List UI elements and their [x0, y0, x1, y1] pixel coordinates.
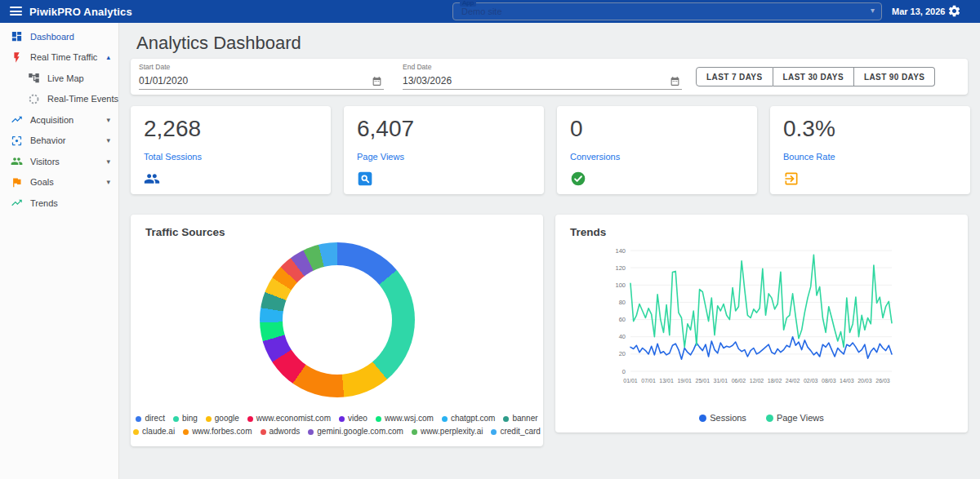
sidebar-item-label: Acquisition — [30, 115, 74, 125]
sidebar-item-label: Dashboard — [30, 32, 74, 42]
top-app-bar: PiwikPRO Analytics App Demo site ▾ Mar 1… — [0, 0, 980, 23]
sidebar-item-label: Real Time Traffic — [30, 52, 97, 62]
trending-up-icon — [11, 197, 23, 209]
last-90-days-button[interactable]: LAST 90 DAYS — [854, 67, 935, 86]
chevron-down-icon[interactable]: ▾ — [106, 157, 110, 166]
legend-label: www.wsj.com — [385, 412, 434, 425]
trends-line-chart[interactable]: 02040608010012014001/0107/0113/0119/0125… — [603, 244, 929, 393]
chevron-down-icon[interactable]: ▾ — [106, 178, 110, 186]
legend-dot-icon — [308, 429, 314, 435]
quick-range-button-group: LAST 7 DAYSLAST 30 DAYSLAST 90 DAYS — [696, 67, 935, 86]
last-30-days-button[interactable]: LAST 30 DAYS — [773, 67, 854, 86]
legend-label: www.perplexity.ai — [421, 425, 483, 438]
legend-item-banner[interactable]: banner — [503, 412, 537, 425]
app-title: PiwikPRO Analytics — [29, 6, 132, 18]
svg-text:06/02: 06/02 — [732, 378, 746, 384]
kpi-value: 2,268 — [144, 116, 318, 142]
sidebar-item-visitors[interactable]: Visitors▾ — [0, 151, 118, 172]
crop-free-icon — [11, 135, 23, 147]
kpi-label: Total Sessions — [144, 152, 318, 162]
calendar-icon[interactable] — [670, 75, 680, 86]
legend-item-www-economist-com[interactable]: www.economist.com — [247, 412, 331, 425]
legend-dot-icon — [699, 415, 706, 422]
sidebar-item-live-map[interactable]: Live Map — [0, 68, 118, 89]
svg-text:14/03: 14/03 — [840, 378, 854, 384]
traffic-sources-legend: directbinggooglewww.economist.comvideoww… — [131, 412, 543, 438]
legend-dot-icon — [136, 416, 141, 422]
svg-text:20/03: 20/03 — [858, 378, 872, 384]
sidebar-item-dashboard[interactable]: Dashboard — [0, 26, 118, 47]
legend-item-www-wsj-com[interactable]: www.wsj.com — [376, 412, 434, 425]
sidebar-item-goals[interactable]: Goals▾ — [0, 172, 118, 193]
svg-text:0: 0 — [622, 368, 626, 375]
sidebar-item-trends[interactable]: Trends — [0, 193, 118, 214]
legend-item-direct[interactable]: direct — [136, 412, 164, 425]
legend-dot-icon — [412, 429, 417, 435]
kpi-label: Conversions — [570, 152, 744, 162]
chevron-down-icon[interactable]: ▾ — [106, 116, 110, 124]
legend-item-www-forbes-com[interactable]: www.forbes.com — [183, 425, 252, 438]
site-selector-value: Demo site — [461, 7, 502, 16]
people-icon — [11, 155, 23, 167]
end-date-input[interactable] — [403, 75, 682, 90]
svg-text:80: 80 — [619, 299, 626, 306]
legend-label: gemini.google.com.com — [317, 425, 403, 438]
legend-label: video — [348, 412, 368, 425]
site-selector[interactable]: App Demo site ▾ — [452, 2, 882, 20]
svg-text:13/01: 13/01 — [659, 378, 674, 384]
svg-text:02/03: 02/03 — [804, 378, 818, 384]
legend-item-chatgpt-com[interactable]: chatgpt.com — [442, 412, 495, 425]
sidebar-item-acquisition[interactable]: Acquisition▾ — [0, 109, 118, 131]
legend-item-claude-ai[interactable]: claude.ai — [133, 425, 175, 438]
main-content: Analytics Dashboard Start Date End Date … — [120, 23, 980, 479]
legend-label: banner — [512, 412, 537, 425]
sidebar-item-label: Visitors — [30, 157, 60, 166]
chevron-up-icon[interactable]: ▴ — [106, 53, 110, 61]
legend-label: www.forbes.com — [192, 425, 252, 438]
sidebar-item-behavior[interactable]: Behavior▾ — [0, 131, 118, 152]
legend-dot-icon — [442, 416, 448, 422]
legend-dot-icon — [183, 429, 189, 435]
chevron-down-icon[interactable]: ▾ — [106, 136, 110, 144]
people-icon — [144, 171, 160, 187]
chevron-down-icon[interactable]: ▾ — [871, 6, 875, 15]
svg-text:26/03: 26/03 — [875, 378, 890, 384]
legend-item-credit-card[interactable]: credit_card — [491, 425, 540, 438]
legend-item-google[interactable]: google — [206, 412, 239, 425]
legend-row: claude.aiwww.forbes.comadwordsgemini.goo… — [131, 425, 543, 438]
legend-item-bing[interactable]: bing — [173, 412, 198, 425]
trends-legend: SessionsPage Views — [555, 413, 968, 423]
legend-item-gemini-google-com-com[interactable]: gemini.google.com.com — [308, 425, 403, 438]
legend-item-sessions[interactable]: Sessions — [699, 413, 746, 423]
flag-icon — [11, 176, 23, 188]
start-date-input[interactable] — [139, 75, 384, 90]
gear-icon[interactable] — [947, 4, 961, 18]
dashboard-icon — [11, 30, 23, 42]
legend-label: claude.ai — [142, 425, 175, 438]
sidebar-item-real-time-traffic[interactable]: Real Time Traffic▴ — [0, 47, 118, 69]
legend-item-adwords[interactable]: adwords — [261, 425, 301, 438]
sidebar: DashboardReal Time Traffic▴Live MapReal-… — [0, 23, 119, 479]
end-date-field: End Date — [403, 63, 682, 91]
svg-text:25/01: 25/01 — [696, 378, 710, 384]
live-map-icon — [28, 72, 40, 84]
svg-text:12/02: 12/02 — [750, 378, 764, 384]
legend-item-page-views[interactable]: Page Views — [766, 413, 824, 423]
sidebar-item-label: Goals — [30, 177, 54, 187]
legend-dot-icon — [206, 416, 212, 422]
legend-item-www-perplexity-ai[interactable]: www.perplexity.ai — [412, 425, 483, 438]
last-7-days-button[interactable]: LAST 7 DAYS — [696, 67, 773, 86]
legend-dot-icon — [247, 416, 253, 422]
calendar-icon[interactable] — [372, 75, 382, 86]
kpi-card-page-views: 6,407Page Views — [344, 106, 544, 194]
legend-label: bing — [182, 412, 198, 425]
legend-item-video[interactable]: video — [339, 412, 368, 425]
sidebar-item-label: Real-Time Events — [47, 94, 118, 104]
menu-icon[interactable] — [10, 7, 22, 16]
sidebar-item-real-time-events[interactable]: Real-Time Events — [0, 89, 118, 110]
end-date-label: End Date — [403, 63, 682, 71]
kpi-card-bounce-rate: 0.3%Bounce Rate — [770, 106, 970, 194]
svg-text:120: 120 — [615, 264, 626, 272]
trending-up-icon — [11, 113, 23, 126]
legend-label: direct — [145, 412, 164, 425]
